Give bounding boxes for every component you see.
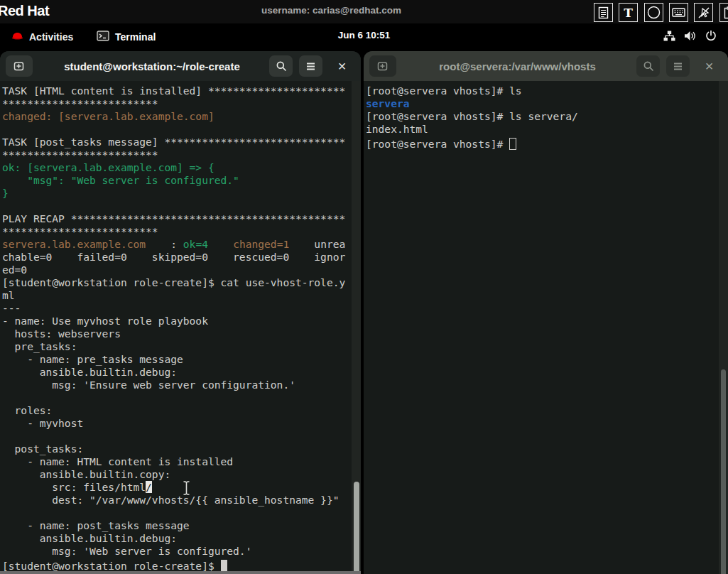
system-status-area[interactable] [663, 28, 717, 45]
circle-icon[interactable] [644, 3, 663, 22]
clipboard-icon[interactable] [719, 3, 728, 22]
headerbar[interactable]: student@workstation:~/role-create × [0, 51, 361, 81]
pointer-disabled-icon[interactable] [694, 3, 713, 22]
console-top-bar: Red Hat username: carias@redhat.com T [0, 0, 728, 23]
terminal-window-workstation: student@workstation:~/role-create × TASK… [0, 51, 361, 574]
terminal-text: TASK [post_tasks message] **************… [2, 136, 345, 148]
terminal-text: ml [2, 289, 15, 301]
terminal-text: changed=1 [233, 238, 289, 250]
terminal-text [208, 238, 233, 250]
terminal-window-servera: root@servera:/var/www/vhosts × [root@ser… [364, 51, 728, 574]
window-title: root@servera:/var/www/vhosts [406, 51, 629, 81]
terminal-line: - myvhost [2, 417, 361, 430]
terminal-screen[interactable]: [root@servera vhosts]# lsservera[root@se… [364, 81, 728, 574]
headerbar[interactable]: root@servera:/var/www/vhosts × [364, 51, 728, 81]
close-button[interactable]: × [330, 55, 354, 77]
terminal-line: - name: post_tasks message [2, 519, 361, 532]
terminal-line: PLAY RECAP *****************************… [2, 212, 361, 225]
terminal-text: : [146, 238, 183, 250]
menu-button[interactable] [299, 55, 322, 77]
terminal-text: servera.lab.example.com [2, 238, 146, 250]
terminal-text: - myvhost [2, 417, 83, 429]
scrollbar-thumb[interactable] [354, 482, 359, 574]
terminal-line: [root@servera vhosts]# ls servera/ [366, 110, 728, 123]
activities-button[interactable]: Activities [11, 28, 73, 45]
terminal-line: ml [2, 289, 361, 302]
search-button[interactable] [636, 55, 660, 77]
new-tab-button[interactable] [6, 55, 33, 77]
terminal-text: ansible.builtin.copy: [2, 468, 170, 480]
selected-text: / [146, 481, 152, 493]
terminal-line: ok: [servera.lab.example.com] => { [2, 161, 361, 174]
terminal-text: - name: HTML content is installed [2, 455, 233, 467]
terminal-line: hosts: webservers [2, 327, 361, 340]
menu-button[interactable] [666, 55, 690, 77]
terminal-line: - name: pre_tasks message [2, 353, 361, 366]
terminal-line: roles: [2, 404, 361, 417]
terminal-text: ************************* [2, 97, 158, 109]
terminal-line [2, 507, 361, 519]
clock[interactable]: Jun 6 10:51 [338, 30, 391, 40]
username-label: username: carias@redhat.com [261, 5, 401, 16]
terminal-text: roles: [2, 404, 52, 416]
terminal-text: TASK [HTML content is installed] *******… [2, 85, 345, 97]
terminal-line: "msg": "Web server is configured." [2, 174, 361, 187]
terminal-text: ed=0 [2, 264, 27, 276]
terminal-text: hosts: webservers [2, 327, 121, 340]
redhat-logo: Red Hat [0, 3, 49, 19]
terminal-text: ansible.builtin.debug: [2, 532, 177, 544]
terminal-line: servera.lab.example.com : ok=4 changed=1… [2, 238, 361, 251]
terminal-line: chable=0 failed=0 skipped=0 rescued=0 ig… [2, 251, 361, 264]
terminal-text: [root@servera vhosts]# [366, 138, 509, 150]
terminal-line: changed: [servera.lab.example.com] [2, 110, 361, 123]
terminal-text: index.html [366, 123, 428, 135]
close-button[interactable]: × [697, 55, 721, 77]
keyboard-icon[interactable] [669, 3, 688, 22]
terminal-text: ok: [servera.lab.example.com] => { [2, 161, 214, 173]
terminal-text: - name: pre_tasks message [2, 353, 183, 365]
terminal-text: } [2, 187, 9, 199]
power-icon [705, 30, 717, 44]
terminal-text: ************************* [2, 148, 158, 161]
text-icon[interactable]: T [619, 3, 638, 22]
app-menu-terminal[interactable]: Terminal [97, 28, 156, 45]
network-icon [663, 31, 675, 44]
terminal-text: ok=4 [183, 238, 208, 250]
terminal-line: - name: HTML content is installed [2, 455, 361, 468]
terminal-line: ed=0 [2, 264, 361, 276]
terminal-text: post_tasks: [2, 443, 83, 455]
new-tab-button[interactable] [369, 55, 396, 77]
terminal-text: msg: 'Web server is configured.' [2, 545, 251, 557]
file-icon[interactable] [594, 3, 613, 22]
terminal-text: [student@workstation role-create]$ cat u… [2, 276, 345, 288]
terminal-line: msg: 'Ensure web server configuration.' [2, 379, 361, 391]
terminal-text: - name: Use myvhost role playbook [2, 315, 208, 327]
terminal-text: changed: [servera.lab.example.com] [2, 110, 214, 122]
terminal-line: ************************* [2, 225, 361, 238]
redhat-fedora-icon [11, 31, 23, 43]
terminal-text: pre_tasks: [2, 340, 77, 352]
terminal-line: post_tasks: [2, 443, 361, 455]
terminal-text: ansible.builtin.debug: [2, 366, 177, 378]
terminal-text: dest: "/var/www/vhosts/{{ ansible_hostna… [2, 494, 339, 506]
terminal-line: TASK [HTML content is installed] *******… [2, 85, 361, 97]
terminal-line: ************************* [2, 97, 361, 110]
terminal-text: [root@servera vhosts]# ls [366, 85, 522, 97]
scrollbar-thumb[interactable] [721, 369, 726, 574]
terminal-line: servera [366, 97, 728, 110]
terminal-line: TASK [post_tasks message] **************… [2, 136, 361, 148]
terminal-text: PLAY RECAP *****************************… [2, 212, 345, 224]
search-button[interactable] [269, 55, 293, 77]
app-menu-label: Terminal [115, 31, 156, 43]
terminal-text: ************************* [2, 225, 158, 237]
terminal-line [2, 391, 361, 404]
terminal-line: --- [2, 302, 361, 315]
terminal-text: [student@workstation role-create]$ [2, 560, 221, 572]
terminal-line [2, 123, 361, 136]
terminal-line: } [2, 187, 361, 200]
terminal-line: ansible.builtin.debug: [2, 532, 361, 545]
terminal-line: index.html [366, 123, 728, 136]
terminal-cursor [509, 138, 516, 150]
terminal-screen[interactable]: TASK [HTML content is installed] *******… [0, 81, 361, 574]
terminal-line: msg: 'Web server is configured.' [2, 545, 361, 558]
